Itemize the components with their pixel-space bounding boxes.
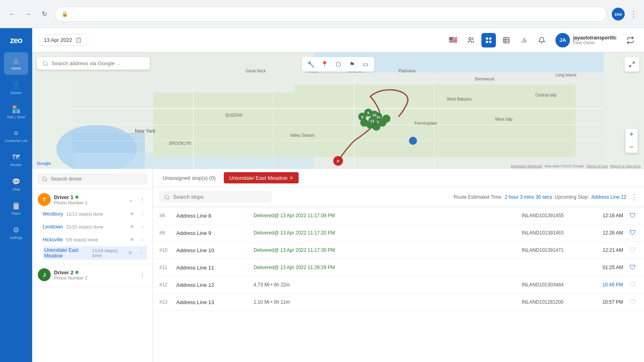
- browser-menu[interactable]: ⋮: [630, 9, 638, 19]
- address-bar[interactable]: 🔒: [55, 6, 607, 22]
- sidebar-item-chat[interactable]: 💬 Chat: [4, 173, 28, 195]
- chart-button[interactable]: [517, 33, 531, 47]
- svg-point-0: [469, 37, 471, 40]
- svg-text:8: 8: [361, 115, 363, 119]
- route-levittown-nav[interactable]: ›: [138, 222, 147, 231]
- stop-10-address: Address Line 10: [176, 247, 249, 253]
- map-tool-4[interactable]: ⚑: [346, 59, 357, 70]
- zoom-out-button[interactable]: −: [625, 141, 638, 153]
- tab-active-route[interactable]: Uniondale/ East Meadow ×: [224, 172, 299, 183]
- forward-button[interactable]: →: [23, 8, 34, 20]
- routes-header: Route Estimated Time: 2 hour 3 mins 30 s…: [153, 187, 644, 207]
- driver-1-expand[interactable]: ⌄: [126, 195, 136, 204]
- svg-line-61: [632, 62, 634, 64]
- stop-12-status: 4.73 Mi • 0h 22m: [254, 282, 517, 288]
- stop-13-shield: 🛡: [628, 298, 638, 306]
- routes-more-button[interactable]: ⋮: [630, 193, 638, 202]
- back-button[interactable]: ←: [6, 8, 18, 20]
- people-icon: [467, 37, 475, 44]
- map-toolbar: 🔧 📍 ⬡ ⚑ ▭: [302, 57, 374, 72]
- route-uniondale-nav[interactable]: ›: [136, 249, 145, 257]
- terms-of-use[interactable]: Terms of Use: [586, 164, 608, 168]
- routes-icon: 🗺: [12, 153, 20, 162]
- svg-line-60: [47, 64, 48, 66]
- sidebar-settings-label: Settings: [10, 236, 23, 240]
- route-hicksville-name: Hicksville: [43, 237, 63, 243]
- tab-close-button[interactable]: ×: [290, 175, 293, 181]
- svg-rect-5: [504, 37, 509, 43]
- driver-1-more[interactable]: ⋮: [137, 195, 147, 204]
- upcoming-stop-link[interactable]: Address Line 12: [591, 194, 626, 200]
- driver-1-routes: Westbury 11/11 stop(s) done 👁 › Levittow…: [38, 208, 147, 260]
- notification-button[interactable]: [535, 33, 549, 47]
- svg-text:Long Island: Long Island: [555, 73, 576, 77]
- map-tool-3[interactable]: ⬡: [332, 59, 344, 70]
- route-uniondale[interactable]: Uniondale/ East Meadow 11/19 stop(s) don…: [43, 246, 147, 260]
- tab-unassigned[interactable]: Unassigned stop(s) (0): [158, 173, 221, 183]
- route-levittown-name: Levittown: [43, 224, 63, 230]
- stop-11-status: Delivered@ 13 Apr 2022 11:28:29 PM: [254, 265, 517, 270]
- stop-row-13: #13 Address Line 13 1.10 Mi • 0h 11m INL…: [153, 294, 644, 311]
- sidebar-item-home[interactable]: ⌂ Home: [4, 52, 28, 75]
- stop-9-shield: 🛡: [628, 229, 638, 237]
- stop-8-shield: 🛡: [628, 212, 638, 219]
- driver-2-info: Driver 2 Phone Number 2: [54, 269, 134, 280]
- svg-rect-3: [486, 41, 488, 43]
- map-tool-2[interactable]: 📍: [319, 59, 330, 70]
- map-container: 8 9 10 11 12 P New York BROOKLYN QUEENS …: [32, 52, 644, 169]
- svg-point-59: [43, 61, 47, 65]
- plans-icon: 📋: [12, 202, 21, 210]
- user-avatar: JA: [555, 33, 570, 47]
- driver-2-phone: Phone Number 2: [54, 276, 134, 280]
- route-hicksville-view[interactable]: 👁: [128, 235, 136, 244]
- map-tool-5[interactable]: ▭: [360, 59, 371, 70]
- route-estimate: Route Estimated Time: 2 hour 3 mins 30 s…: [454, 193, 638, 202]
- driver-item-1[interactable]: T Driver 1 Phone Number 1 ⌄ ⋮: [32, 189, 153, 264]
- route-hicksville-nav[interactable]: ›: [138, 235, 147, 244]
- route-levittown[interactable]: Levittown 21/21 stop(s) done 👁 ›: [43, 220, 147, 233]
- people-button[interactable]: [464, 33, 478, 47]
- route-uniondale-actions: 👁 ›: [126, 249, 145, 257]
- svg-point-65: [165, 195, 169, 198]
- driver-search-input[interactable]: [51, 176, 143, 182]
- flag-button[interactable]: 🇺🇸: [446, 33, 460, 47]
- sidebar-item-customers[interactable]: ≡ Customer List: [4, 125, 28, 147]
- route-levittown-view[interactable]: 👁: [128, 222, 136, 231]
- stops-search-input[interactable]: [173, 194, 267, 200]
- sidebar-item-routes[interactable]: 🗺 Routes: [4, 149, 28, 171]
- sidebar-item-plans[interactable]: 📋 Plans: [4, 197, 28, 220]
- route-time-link[interactable]: 2 hour 3 mins 30 secs: [505, 194, 552, 200]
- zoom-in-button[interactable]: +: [625, 129, 638, 141]
- reload-button[interactable]: ↻: [39, 8, 50, 20]
- report-map-error[interactable]: Report a map error: [610, 164, 641, 168]
- route-hicksville[interactable]: Hicksville 5/5 stop(s) done 👁 ›: [43, 233, 147, 246]
- stops-search-wrap[interactable]: [159, 191, 272, 203]
- route-westbury-view[interactable]: 👁: [128, 210, 136, 218]
- map-search-bar[interactable]: [37, 57, 150, 70]
- date-badge[interactable]: 13 Apr 2022 📋: [39, 34, 87, 46]
- route-uniondale-view[interactable]: 👁: [126, 249, 135, 257]
- sidebar-item-hub[interactable]: 🏪 Hub | Store: [4, 101, 28, 123]
- driver-2-online-dot: [75, 271, 78, 274]
- sidebar-item-settings[interactable]: ⚙ Settings: [4, 221, 28, 244]
- route-hicksville-stops: 5/5 stop(s) done: [66, 237, 98, 242]
- user-badge[interactable]: JA jayautotransportllc Fleet Owner: [552, 31, 620, 49]
- grid-button[interactable]: [481, 33, 496, 47]
- sidebar-item-drivers[interactable]: 👤 Drivers: [4, 76, 28, 99]
- map-tool-1[interactable]: 🔧: [305, 59, 316, 70]
- driver-2-more[interactable]: ⋮: [137, 270, 147, 280]
- stop-8-num: #8: [159, 213, 171, 218]
- driver-search-wrap[interactable]: [37, 173, 148, 185]
- route-westbury-nav[interactable]: ›: [138, 210, 147, 218]
- map-search-input[interactable]: [52, 60, 144, 66]
- transfer-button[interactable]: [623, 33, 638, 47]
- top-bar-icons: 🇺🇸 JA: [446, 31, 638, 49]
- route-estimate-label: Route Estimated Time:: [454, 194, 502, 200]
- map-expand-button[interactable]: [625, 57, 639, 72]
- route-hicksville-actions: 👁 ›: [128, 235, 147, 244]
- route-westbury[interactable]: Westbury 11/11 stop(s) done 👁 ›: [43, 208, 147, 220]
- stop-row-11: #11 Address Line 11 Delivered@ 13 Apr 20…: [153, 259, 644, 276]
- table-button[interactable]: [499, 33, 514, 47]
- keyboard-shortcuts[interactable]: Keyboard shortcuts: [511, 164, 542, 168]
- driver-item-2[interactable]: J Driver 2 Phone Number 2 ⋮: [32, 264, 153, 287]
